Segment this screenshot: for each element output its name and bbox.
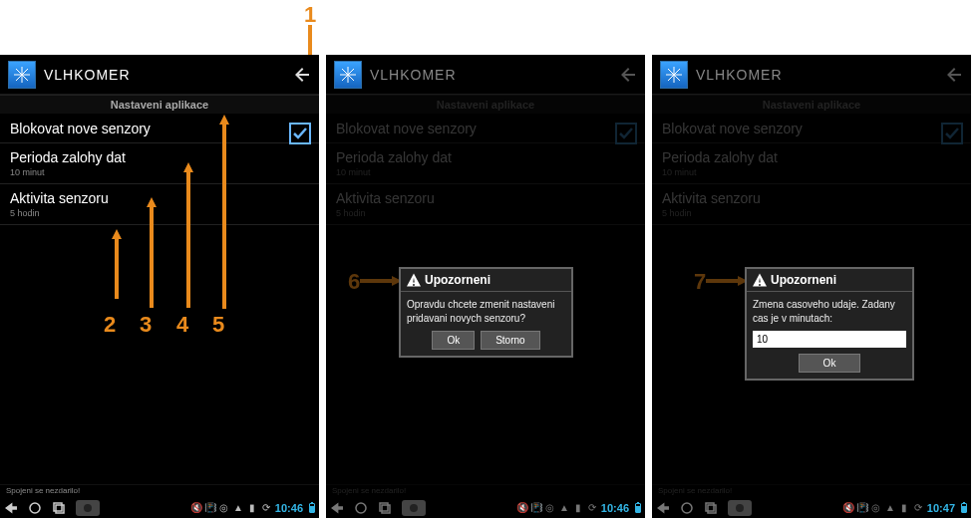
panel-3: VLHKOMER Nastaveni aplikace Blokovat nov… <box>652 55 971 518</box>
settings-header: Nastaveni aplikace <box>326 95 645 115</box>
row-backup-period: Perioda zalohy dat 10 minut <box>652 143 971 184</box>
row-title: Aktivita senzoru <box>10 190 309 206</box>
dialog-cancel-button[interactable]: Storno <box>481 331 539 350</box>
row-backup-period[interactable]: Perioda zalohy dat 10 minut <box>0 143 319 184</box>
sound-icon: 🔇 <box>843 503 853 513</box>
nav-recent-icon[interactable] <box>704 501 718 515</box>
gps-icon: ◎ <box>545 503 555 513</box>
back-button[interactable] <box>293 66 311 84</box>
arrow-up-2 <box>112 229 122 309</box>
vibrate-icon: 📳 <box>205 503 215 513</box>
dialog-title: Upozorneni <box>771 273 836 287</box>
reception-icon: ▮ <box>899 503 909 513</box>
back-button <box>619 66 637 84</box>
sound-icon: 🔇 <box>191 503 201 513</box>
app-title: VLHKOMER <box>44 67 293 83</box>
wifi-icon: ▲ <box>233 503 243 513</box>
dialog-confirm: Upozorneni Opravdu chcete zmenit nastave… <box>399 267 573 358</box>
settings-header: Nastaveni aplikace <box>0 95 319 115</box>
reception-icon: ▮ <box>573 503 583 513</box>
nav-back-icon[interactable] <box>330 501 344 515</box>
panel-1: VLHKOMER Nastaveni aplikace Blokovat nov… <box>0 55 319 518</box>
row-sensor-activity: Aktivita senzoru 5 hodin <box>326 184 645 225</box>
row-backup-period: Perioda zalohy dat 10 minut <box>326 143 645 184</box>
arrow-up-3 <box>147 197 157 308</box>
nav-recent-icon[interactable] <box>378 501 392 515</box>
app-icon <box>8 61 36 89</box>
panel-2: VLHKOMER Nastaveni aplikace Blokovat nov… <box>326 55 645 518</box>
back-button <box>945 66 963 84</box>
callout-4: 4 <box>176 312 188 338</box>
checkbox-block-new <box>941 123 963 144</box>
nav-home-icon[interactable] <box>28 501 42 515</box>
dialog-message: Zmena casoveho udaje. Zadany cas je v mi… <box>753 298 906 325</box>
arrow-up-4 <box>183 162 193 308</box>
clock: 10:46 <box>275 502 303 514</box>
wifi-icon: ▲ <box>559 503 569 513</box>
row-subtitle: 10 minut <box>10 167 309 177</box>
sync-icon: ⟳ <box>913 503 923 513</box>
sync-icon: ⟳ <box>587 503 597 513</box>
battery-icon <box>635 503 641 513</box>
nav-home-icon[interactable] <box>680 501 694 515</box>
nav-back-icon[interactable] <box>4 501 18 515</box>
callout-6: 6 <box>348 269 360 295</box>
callout-2: 2 <box>104 312 116 338</box>
callout-5: 5 <box>212 312 224 338</box>
row-sensor-activity[interactable]: Aktivita senzoru 5 hodin <box>0 184 319 225</box>
dialog-ok-button[interactable]: Ok <box>799 354 861 373</box>
clock: 10:47 <box>927 502 955 514</box>
wifi-icon: ▲ <box>885 503 895 513</box>
navbar: 🔇 📳 ◎ ▲ ▮ ⟳ 10:46 <box>0 498 319 518</box>
dialog-ok-button[interactable]: Ok <box>432 331 475 350</box>
appbar: VLHKOMER <box>0 55 319 95</box>
arrow-up-5 <box>219 115 229 309</box>
vibrate-icon: 📳 <box>531 503 541 513</box>
row-subtitle: 5 hodin <box>10 208 309 218</box>
navbar: 🔇 📳 ◎ ▲ ▮ ⟳ 10:47 <box>652 498 971 518</box>
battery-icon <box>961 503 967 513</box>
nav-camera-icon[interactable] <box>76 500 100 516</box>
sync-icon: ⟳ <box>261 503 271 513</box>
dialog-time: Upozorneni Zmena casoveho udaje. Zadany … <box>745 267 914 381</box>
alert-icon <box>753 273 767 287</box>
row-block-new-sensors: Blokovat nove senzory <box>652 115 971 143</box>
reception-icon: ▮ <box>247 503 257 513</box>
clock: 10:46 <box>601 502 629 514</box>
status-footer: Spojeni se nezdarilo! <box>326 484 645 498</box>
row-title: Perioda zalohy dat <box>10 149 309 165</box>
status-footer: Spojeni se nezdarilo! <box>652 484 971 498</box>
row-block-new-sensors: Blokovat nove senzory <box>326 115 645 143</box>
checkbox-block-new <box>615 123 637 144</box>
row-title: Blokovat nove senzory <box>10 121 309 136</box>
arrow-right-6 <box>360 276 402 286</box>
nav-camera-icon[interactable] <box>402 500 426 516</box>
row-sensor-activity: Aktivita senzoru 5 hodin <box>652 184 971 225</box>
gps-icon: ◎ <box>219 503 229 513</box>
dialog-title: Upozorneni <box>425 273 490 287</box>
sound-icon: 🔇 <box>517 503 527 513</box>
settings-header: Nastaveni aplikace <box>652 95 971 115</box>
nav-camera-icon[interactable] <box>728 500 752 516</box>
callout-3: 3 <box>140 312 152 338</box>
callout-7: 7 <box>694 269 706 295</box>
row-block-new-sensors[interactable]: Blokovat nove senzory <box>0 115 319 143</box>
status-footer: Spojeni se nezdarilo! <box>0 484 319 498</box>
gps-icon: ◎ <box>871 503 881 513</box>
app-icon <box>660 61 688 89</box>
battery-icon <box>309 503 315 513</box>
app-title: VLHKOMER <box>370 67 619 83</box>
checkbox-block-new[interactable] <box>289 123 311 144</box>
navbar: 🔇 📳 ◎ ▲ ▮ ⟳ 10:46 <box>326 498 645 518</box>
app-title: VLHKOMER <box>696 67 945 83</box>
nav-home-icon[interactable] <box>354 501 368 515</box>
arrow-right-7 <box>706 276 748 286</box>
nav-recent-icon[interactable] <box>52 501 66 515</box>
nav-back-icon[interactable] <box>656 501 670 515</box>
vibrate-icon: 📳 <box>857 503 867 513</box>
dialog-message: Opravdu chcete zmenit nastaveni pridavan… <box>407 298 565 325</box>
alert-icon <box>407 273 421 287</box>
dialog-time-input[interactable] <box>753 331 906 348</box>
app-icon <box>334 61 362 89</box>
